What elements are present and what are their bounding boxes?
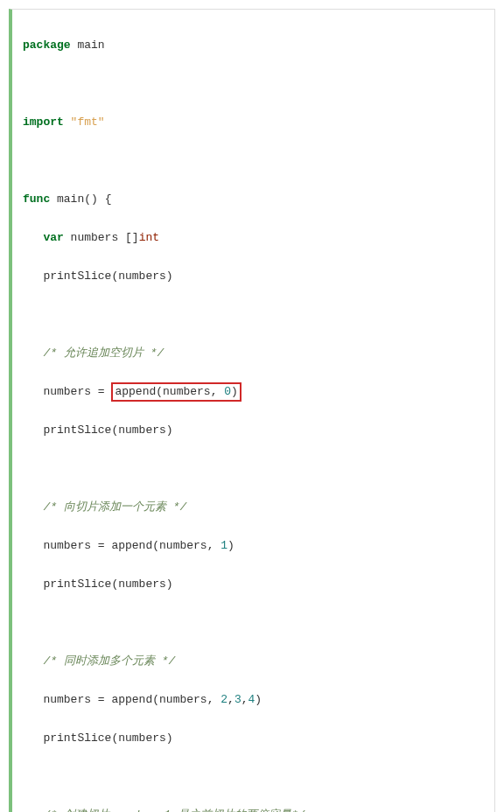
code-line <box>23 613 494 633</box>
code-line: /* 允许追加空切片 */ <box>23 344 494 363</box>
code-line: printSlice(numbers) <box>23 421 494 440</box>
code-line: printSlice(numbers) <box>23 575 494 594</box>
code-line <box>23 74 494 94</box>
code-line: func main() { <box>23 190 494 209</box>
code-line: /* 创建切片 numbers1 是之前切片的两倍容量*/ <box>23 806 494 812</box>
code-block: package main import "fmt" func main() { … <box>9 9 495 812</box>
code-line: /* 同时添加多个元素 */ <box>23 652 494 671</box>
code-line: import "fmt" <box>23 113 494 132</box>
code-line: printSlice(numbers) <box>23 729 494 748</box>
code-line: printSlice(numbers) <box>23 267 494 286</box>
highlight-red-append: append(numbers, 0) <box>111 382 241 402</box>
code-line <box>23 767 494 787</box>
code-line: numbers = append(numbers, 2,3,4) <box>23 690 494 710</box>
code-line: package main <box>23 36 494 55</box>
code-line <box>23 459 494 479</box>
code-line: numbers = append(numbers, 0) <box>23 382 494 402</box>
code-line <box>23 151 494 171</box>
code-line: numbers = append(numbers, 1) <box>23 536 494 556</box>
code-line: var numbers []int <box>23 228 494 248</box>
code-line <box>23 305 494 325</box>
code-line: /* 向切片添加一个元素 */ <box>23 498 494 517</box>
